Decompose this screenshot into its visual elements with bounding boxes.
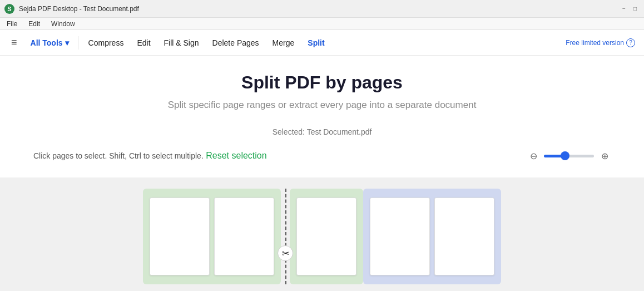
- title-bar-left: S Sejda PDF Desktop - Test Document.pdf: [4, 4, 139, 14]
- instructions-bar: Click pages to select. Shift, Ctrl to se…: [11, 145, 633, 166]
- page-1-content: [176, 207, 183, 267]
- hamburger-icon[interactable]: ≡: [9, 34, 19, 51]
- app-logo: S: [4, 4, 14, 14]
- info-icon[interactable]: ?: [626, 38, 635, 47]
- page-thumb-2[interactable]: [214, 198, 274, 275]
- all-tools-button[interactable]: All Tools ▾: [26, 36, 73, 50]
- reset-selection-link[interactable]: Reset selection: [206, 151, 266, 160]
- scissors-divider: ✂: [280, 189, 291, 284]
- all-tools-label: All Tools: [31, 38, 63, 47]
- nav-merge[interactable]: Merge: [267, 36, 300, 50]
- nav-fill-sign[interactable]: Fill & Sign: [158, 36, 205, 50]
- zoom-slider[interactable]: [544, 155, 594, 157]
- nav-edit[interactable]: Edit: [131, 36, 156, 50]
- zoom-out-button[interactable]: ⊖: [527, 150, 539, 162]
- instructions-text: Click pages to select. Shift, Ctrl to se…: [33, 151, 204, 160]
- menu-file[interactable]: File: [4, 19, 19, 29]
- page-subheading: Split specific page ranges or extract ev…: [168, 100, 477, 111]
- chevron-down-icon: ▾: [65, 38, 69, 47]
- dashed-line: [285, 189, 286, 284]
- page-thumb-4[interactable]: [370, 198, 430, 275]
- free-limited-badge[interactable]: Free limited version ?: [566, 38, 635, 47]
- group-2: [290, 189, 363, 284]
- title-bar: S Sejda PDF Desktop - Test Document.pdf …: [0, 0, 644, 18]
- page-5-content: [461, 210, 468, 264]
- page-thumb-5[interactable]: [434, 198, 494, 275]
- main-content: Split PDF by pages Split specific page r…: [0, 56, 644, 177]
- group-3-bg: [363, 189, 501, 284]
- group-1-bg: [143, 189, 281, 284]
- free-limited-label: Free limited version: [566, 39, 624, 47]
- selected-file-label: Selected: Test Document.pdf: [273, 127, 372, 136]
- app-title: Sejda PDF Desktop - Test Document.pdf: [19, 5, 139, 13]
- zoom-in-button[interactable]: ⊕: [598, 150, 611, 162]
- group-1: [143, 189, 281, 284]
- group-3: [363, 189, 501, 284]
- toolbar-separator: [78, 36, 78, 50]
- window-controls: − □: [620, 6, 640, 12]
- menu-window[interactable]: Window: [49, 19, 77, 29]
- nav-delete-pages[interactable]: Delete Pages: [207, 36, 265, 50]
- page-thumb-1[interactable]: [150, 198, 210, 275]
- zoom-controls: ⊖ ⊕: [527, 150, 611, 162]
- page-2-content: [241, 211, 247, 262]
- instructions-left: Click pages to select. Shift, Ctrl to se…: [33, 151, 267, 161]
- thumbnails-area: ✂: [0, 177, 644, 291]
- menu-bar: File Edit Window: [0, 18, 644, 30]
- page-thumb-3[interactable]: [296, 198, 356, 275]
- nav-split[interactable]: Split: [302, 36, 330, 50]
- scissors-icon: ✂: [278, 245, 293, 261]
- page-4-content: [397, 210, 403, 264]
- menu-edit[interactable]: Edit: [26, 19, 42, 29]
- toolbar: ≡ All Tools ▾ Compress Edit Fill & Sign …: [0, 30, 644, 56]
- page-3-content: [323, 206, 330, 268]
- minimize-button[interactable]: −: [620, 6, 628, 12]
- page-title: Split PDF by pages: [241, 72, 403, 93]
- group-2-bg: [290, 189, 363, 284]
- nav-compress[interactable]: Compress: [83, 36, 130, 50]
- maximize-button[interactable]: □: [631, 6, 640, 12]
